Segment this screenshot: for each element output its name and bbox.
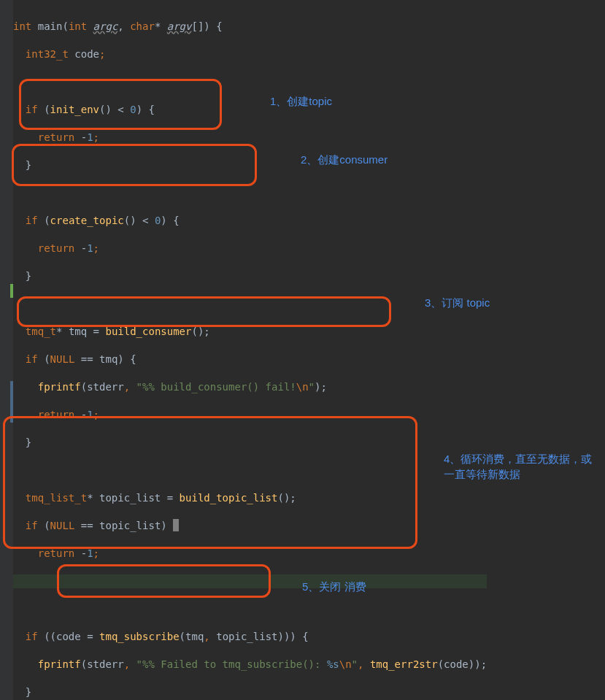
code-line[interactable] [13,75,487,89]
code-line[interactable]: fprintf(stderr, "%% build_consumer() fai… [13,380,487,394]
code-line[interactable] [13,574,487,588]
keyword: int [13,20,38,32]
code-line[interactable]: if (init_env() < 0) { [13,103,487,117]
code-line[interactable]: } [13,685,487,699]
code-line[interactable]: return -1; [13,408,487,422]
code-line[interactable]: if (NULL == topic_list) [13,519,487,533]
code-line[interactable]: } [13,436,487,450]
code-editor[interactable]: int main(int argc, char* argv[]) { int32… [13,6,487,700]
code-line[interactable] [13,297,487,311]
text-cursor [173,519,179,531]
code-line[interactable]: int32_t code; [13,47,487,61]
code-line[interactable]: if (create_topic() < 0) { [13,214,487,228]
code-line[interactable]: tmq_list_t* topic_list = build_topic_lis… [13,491,487,505]
code-line[interactable] [13,602,487,616]
code-line[interactable]: if (NULL == tmq) { [13,353,487,366]
editor-gutter [0,0,13,700]
code-line[interactable]: return -1; [13,547,487,561]
code-line[interactable]: tmq_t* tmq = build_consumer(); [13,325,487,339]
code-line[interactable] [13,186,487,200]
code-line[interactable]: int main(int argc, char* argv[]) { [13,20,487,34]
function-name: main [38,20,63,32]
code-line[interactable]: } [13,158,487,172]
code-line[interactable]: if ((code = tmq_subscribe(tmq, topic_lis… [13,630,487,644]
code-line[interactable] [13,464,487,477]
code-line[interactable]: fprintf(stderr, "%% Failed to tmq_subscr… [13,658,487,672]
code-line[interactable]: } [13,269,487,283]
code-line[interactable]: return -1; [13,131,487,145]
param-argc: argc [93,20,118,32]
param-argv: argv [167,20,192,32]
code-line[interactable]: return -1; [13,242,487,255]
